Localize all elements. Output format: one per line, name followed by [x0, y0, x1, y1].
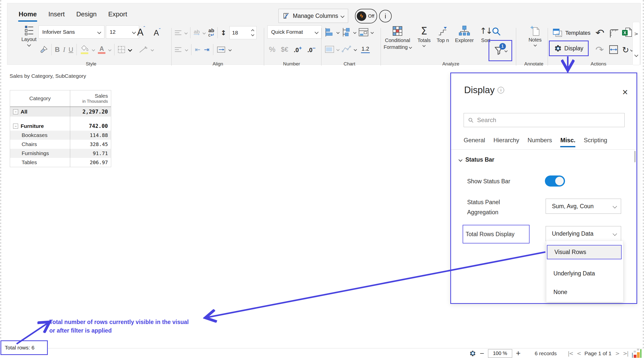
layout-chart-icon[interactable]	[358, 27, 369, 37]
info-icon[interactable]: i	[498, 87, 504, 93]
font-color-button[interactable]: A	[98, 46, 105, 54]
panel-scrollbar[interactable]	[634, 151, 636, 162]
power-mode-toggle[interactable]: ϟ Off	[355, 9, 377, 23]
undo-icon[interactable]: ↶	[595, 27, 605, 38]
ruler-icon[interactable]	[609, 28, 619, 38]
collapse-icon[interactable]: −	[13, 109, 18, 114]
zoom-out-button[interactable]: −	[480, 349, 484, 358]
aggregation-dropdown[interactable]: Sum, Avg, Coun	[546, 199, 621, 214]
vertical-align-icon[interactable]	[174, 30, 182, 36]
increase-decimal-button[interactable]: .0+	[294, 45, 302, 54]
refresh-button[interactable]: ↻	[622, 45, 633, 55]
step-up-icon[interactable]	[251, 29, 254, 32]
close-icon[interactable]: ×	[622, 87, 628, 97]
next-page-icon[interactable]: >	[615, 350, 619, 356]
table-row[interactable]: − All 2,297.20	[10, 107, 111, 117]
show-status-bar-toggle[interactable]	[545, 175, 565, 187]
redo-icon[interactable]: ↷	[595, 45, 604, 55]
tab-general[interactable]: General	[464, 137, 485, 147]
chevron-down-icon[interactable]	[185, 48, 188, 51]
incell-bar-icon[interactable]	[325, 46, 334, 53]
tab-misc[interactable]: Misc.	[560, 137, 575, 147]
chevron-down-icon[interactable]	[354, 48, 357, 51]
explorer-button[interactable]: Explorer	[455, 25, 474, 43]
expand-right-icon[interactable]: >	[634, 31, 638, 37]
total-rows-display-dropdown[interactable]: Underlying Data	[546, 226, 621, 241]
fill-color-button[interactable]	[80, 45, 89, 54]
manage-columns-button[interactable]: Manage Columns	[278, 9, 348, 23]
menu-option-none[interactable]: None	[546, 286, 630, 298]
chevron-down-icon[interactable]	[203, 31, 206, 34]
tab-export[interactable]: Export	[108, 10, 127, 18]
font-size-select[interactable]: 12	[106, 25, 139, 39]
horizontal-align-icon[interactable]	[174, 47, 182, 53]
format-painter-icon[interactable]	[39, 45, 48, 54]
table-row[interactable]: Bookcases 114.88	[10, 131, 111, 140]
panel-search[interactable]	[464, 113, 625, 127]
notes-button[interactable]: Notes	[525, 25, 546, 46]
tab-hierarchy[interactable]: Hierarchy	[493, 137, 519, 147]
tab-numbers[interactable]: Numbers	[528, 137, 552, 147]
row-height-stepper[interactable]: 18	[229, 26, 257, 39]
conditional-formatting-button[interactable]: Conditional Formatting	[384, 25, 412, 50]
totals-button[interactable]: Σ Totals	[418, 25, 431, 47]
percent-format-button[interactable]: %	[269, 45, 275, 54]
sparkline-icon[interactable]	[342, 45, 352, 53]
chevron-down-icon[interactable]	[184, 31, 188, 34]
column-header-sales[interactable]: Sales in Thousands	[70, 90, 110, 106]
chevron-down-icon[interactable]	[228, 48, 232, 51]
italic-button[interactable]: I	[63, 46, 65, 54]
layout-button[interactable]: Layout	[18, 25, 40, 46]
table-row[interactable]: Furnishings 91.71	[10, 149, 111, 158]
info-icon[interactable]: i	[379, 10, 392, 22]
step-down-icon[interactable]	[251, 33, 254, 36]
column-header-category[interactable]: Category	[10, 95, 70, 101]
templates-button[interactable]: Templates	[553, 28, 590, 38]
bold-button[interactable]: B	[55, 46, 60, 54]
filter-button-highlight[interactable]: 1	[489, 40, 512, 61]
decimal-places-button[interactable]: 1.2	[361, 46, 370, 53]
chevron-down-icon[interactable]	[92, 48, 95, 51]
clear-formatting-icon[interactable]	[139, 46, 148, 53]
collapse-icon[interactable]: −	[13, 124, 18, 129]
shrink-font-button[interactable]: Aˇ	[154, 27, 160, 38]
tab-design[interactable]: Design	[76, 10, 97, 18]
decrease-indent-icon[interactable]: ⇤	[195, 46, 200, 53]
chevron-down-icon[interactable]	[128, 48, 132, 52]
fit-width-icon[interactable]	[609, 45, 618, 54]
borders-button[interactable]	[118, 46, 125, 53]
ribbon-expand-strip[interactable]: >	[632, 22, 640, 65]
chevron-down-icon[interactable]	[336, 48, 340, 51]
collapse-ribbon-icon[interactable]	[634, 53, 638, 57]
increase-indent-icon[interactable]: ⇥	[204, 46, 210, 53]
menu-option-visual-rows[interactable]: Visual Rows	[547, 245, 622, 259]
status-bar-section-header[interactable]: Status Bar	[459, 156, 494, 163]
top-n-button[interactable]: Top n	[437, 25, 449, 43]
quick-format-select[interactable]: Quick Format	[267, 25, 322, 39]
search-input[interactable]	[476, 116, 620, 124]
grow-font-button[interactable]: Aˆ	[137, 25, 145, 38]
wrap-text-icon[interactable]: ab c↵	[208, 28, 214, 37]
display-button-highlight[interactable]: Display	[549, 41, 589, 56]
zoom-in-button[interactable]: +	[516, 349, 521, 358]
text-overflow-icon[interactable]: ab	[193, 30, 200, 35]
search-data-icon[interactable]	[491, 26, 501, 36]
last-page-icon[interactable]: >|	[623, 350, 628, 356]
tab-insert[interactable]: Insert	[48, 10, 65, 18]
table-row[interactable]: Chairs 328.45	[10, 140, 111, 149]
font-family-select[interactable]: Inforiver Sans	[38, 25, 104, 39]
table-row[interactable]: − Furniture 742.00	[10, 122, 111, 131]
decrease-decimal-button[interactable]: .0−	[307, 45, 315, 54]
table-row[interactable]: Tables 206.97	[10, 158, 111, 167]
chevron-down-icon[interactable]	[151, 48, 154, 51]
tab-home[interactable]: Home	[19, 10, 37, 18]
previous-page-icon[interactable]: <	[577, 350, 581, 356]
first-page-icon[interactable]: |<	[568, 350, 573, 356]
menu-option-underlying-data[interactable]: Underlying Data	[546, 267, 630, 280]
bar-chart-icon[interactable]	[325, 27, 334, 37]
underline-button[interactable]: U	[69, 46, 73, 54]
tab-scripting[interactable]: Scripting	[584, 137, 607, 147]
hierarchy-chart-icon[interactable]	[342, 27, 351, 37]
chevron-down-icon[interactable]	[336, 31, 340, 34]
chevron-down-icon[interactable]	[371, 31, 374, 34]
